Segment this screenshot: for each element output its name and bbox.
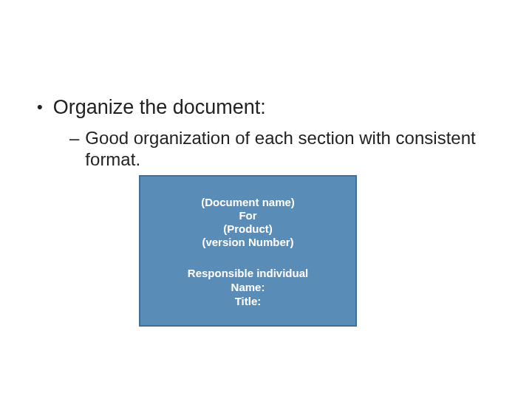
template-doc-name: (Document name)	[140, 196, 355, 209]
template-responsible: Responsible individual	[140, 267, 355, 281]
sub-bullet-text: Good organization of each section with c…	[85, 128, 491, 171]
dash-marker: –	[69, 128, 79, 149]
bullet-level-1: • Organize the document:	[37, 96, 495, 119]
template-block-1: (Document name) For (Product) (version N…	[140, 196, 355, 249]
template-name-label: Name:	[140, 281, 355, 295]
bullet-marker: •	[37, 99, 43, 115]
template-for: For	[140, 209, 355, 222]
bullet-text: Organize the document:	[53, 96, 266, 119]
template-product: (Product)	[140, 222, 355, 236]
bullet-level-2: – Good organization of each section with…	[37, 128, 495, 171]
slide-content: • Organize the document: – Good organiza…	[0, 0, 532, 171]
template-block-2: Responsible individual Name: Title:	[140, 267, 355, 308]
template-version: (version Number)	[140, 236, 355, 249]
document-template-box: (Document name) For (Product) (version N…	[139, 175, 357, 327]
template-title-label: Title:	[140, 295, 355, 309]
